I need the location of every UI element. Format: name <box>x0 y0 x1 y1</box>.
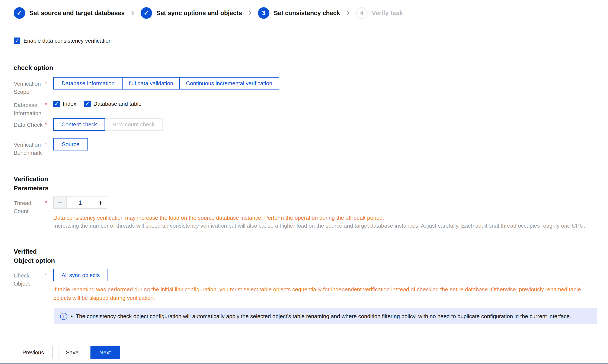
database-and-table-checkbox[interactable]: ✓ <box>84 101 91 107</box>
step-label-verify-task: Verify task <box>372 10 403 17</box>
next-button[interactable]: Next <box>91 346 120 359</box>
check-object-label: Check Object <box>14 272 43 288</box>
step-label-sync-options: Set sync options and objects <box>156 10 242 17</box>
step-number-4-badge: 4 <box>356 7 367 19</box>
chevron-right-icon: › <box>248 7 252 18</box>
minus-button[interactable]: − <box>53 196 67 209</box>
step-number: 3 <box>262 10 265 16</box>
bottom-border-line <box>0 363 608 364</box>
database-information-row: Database Information * ✓ Index ✓ Databas… <box>14 98 149 107</box>
divider <box>14 51 606 51</box>
divider <box>14 166 606 167</box>
chevron-right-icon: › <box>346 7 350 18</box>
divider <box>14 337 606 337</box>
scope-option-continuous-incremental[interactable]: Continuous incremental verification <box>179 77 279 90</box>
thread-count-row: Thread Count * − 1 + <box>14 196 107 209</box>
check-object-options: All sync objects <box>53 269 108 281</box>
required-marker: * <box>45 141 47 148</box>
check-object-warning: If table renaming was performed during t… <box>53 285 588 302</box>
enable-verification-checkbox[interactable]: ✓ <box>14 38 20 44</box>
source-button[interactable]: Source <box>53 138 88 150</box>
step-number-3-badge: 3 <box>258 7 270 19</box>
step-sync-options[interactable]: ✓ Set sync options and objects <box>141 7 242 19</box>
check-glyph: ✓ <box>17 9 22 17</box>
database-and-table-label: Database and table <box>94 101 142 107</box>
required-marker: * <box>45 102 47 108</box>
info-banner: i • The consistency check object configu… <box>54 308 597 324</box>
step-done-check-icon: ✓ <box>141 7 152 19</box>
check-option-title: check option <box>14 63 99 72</box>
verification-benchmark-options: Source <box>53 138 88 150</box>
required-marker: * <box>45 121 47 128</box>
step-label-source-target: Set source and target databases <box>29 10 125 17</box>
divider <box>14 236 606 237</box>
thread-count-warning: Data consistency verification may increa… <box>53 214 602 222</box>
thread-count-value[interactable]: 1 <box>67 196 94 209</box>
step-number: 4 <box>360 10 364 16</box>
enable-verification-label: Enable data consistency verification <box>24 38 112 44</box>
step-consistency-check[interactable]: 3 Set consistency check <box>258 7 340 19</box>
verification-parameters-title: Verification Parameters <box>14 174 56 193</box>
check-object-row: Check Object * All sync objects <box>14 269 108 281</box>
thread-count-label: Thread Count <box>14 199 43 215</box>
content-check-button[interactable]: Content check <box>53 118 105 131</box>
thread-count-note: Increasing the number of threads will sp… <box>53 222 604 230</box>
database-information-label: Database Information <box>14 101 43 117</box>
index-label: Index <box>63 101 76 107</box>
verification-benchmark-row: Verification Benchmark * Source <box>14 138 88 150</box>
check-glyph: ✓ <box>144 9 149 17</box>
verification-benchmark-label: Verification Benchmark <box>14 141 43 157</box>
consistency-check-page: ✓ Set source and target databases › ✓ Se… <box>0 0 608 364</box>
verification-scope-options: Database Information full data validatio… <box>53 77 279 90</box>
verification-scope-row: Verification Scope * Database Informatio… <box>14 77 279 90</box>
index-checkbox[interactable]: ✓ <box>53 101 60 107</box>
all-sync-objects-button[interactable]: All sync objects <box>53 269 108 281</box>
row-count-check-button: Row count check <box>105 118 162 131</box>
bullet-icon: • <box>71 313 73 320</box>
step-verify-task: 4 Verify task <box>356 7 403 19</box>
verified-object-title: Verified Object option <box>14 247 56 265</box>
step-source-target[interactable]: ✓ Set source and target databases <box>14 7 125 19</box>
data-check-options: Content check Row count check <box>53 118 162 131</box>
database-information-checkboxes: ✓ Index ✓ Database and table <box>53 98 149 107</box>
plus-button[interactable]: + <box>94 196 107 209</box>
check-glyph: ✓ <box>54 101 59 107</box>
thread-count-stepper: − 1 + <box>53 196 107 209</box>
thread-count-control: − 1 + <box>53 196 107 209</box>
data-check-row: Data Check * Content check Row count che… <box>14 118 162 131</box>
step-done-check-icon: ✓ <box>14 7 25 19</box>
scope-option-database-information[interactable]: Database Information <box>53 77 123 90</box>
check-glyph: ✓ <box>85 101 89 107</box>
check-glyph: ✓ <box>15 38 19 44</box>
required-marker: * <box>45 80 47 87</box>
step-wizard: ✓ Set source and target databases › ✓ Se… <box>14 7 403 19</box>
enable-verification-row: ✓ Enable data consistency verification <box>14 38 112 44</box>
info-banner-text: The consistency check object configurati… <box>76 313 571 320</box>
step-label-consistency-check: Set consistency check <box>274 10 340 17</box>
data-check-label: Data Check <box>14 121 43 129</box>
required-marker: * <box>45 272 47 279</box>
chevron-right-icon: › <box>131 7 134 18</box>
save-button[interactable]: Save <box>58 346 86 359</box>
index-checkbox-item: ✓ Index <box>53 101 76 107</box>
previous-button[interactable]: Previous <box>14 346 53 359</box>
info-icon: i <box>60 313 67 320</box>
verification-scope-label: Verification Scope <box>14 80 43 96</box>
scope-option-full-data-validation[interactable]: full data validation <box>122 77 180 90</box>
database-and-table-checkbox-item: ✓ Database and table <box>84 101 142 107</box>
info-glyph: i <box>63 314 64 319</box>
required-marker: * <box>45 199 47 206</box>
